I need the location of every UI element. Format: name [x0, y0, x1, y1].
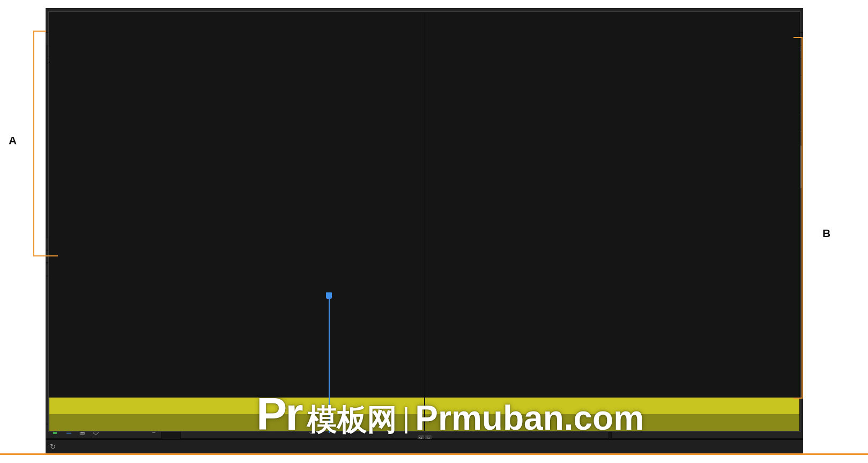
- annotation-bottom-line: [0, 453, 868, 455]
- premiere-app-window: 学习组件编辑颜色≡效果音频图形库 » 源: 00 Dreamers_Edit_1…: [46, 8, 803, 453]
- watermark-pr-logo: Pr: [256, 387, 302, 440]
- audio-meters-panel: S S: [46, 184, 65, 358]
- timeline-playhead-head[interactable]: [326, 292, 332, 299]
- watermark-site-text: Prmuban.com: [415, 398, 644, 438]
- meter-bar-left: [49, 12, 424, 431]
- watermark-divider: |: [403, 402, 410, 434]
- annotation-bracket-b-vline: [802, 37, 803, 399]
- annotation-label-a: A: [9, 134, 17, 147]
- annotation-label-b: B: [822, 227, 830, 240]
- watermark-cn-text: 模板网: [307, 400, 397, 440]
- annotation-bracket-a-top: [33, 31, 46, 32]
- watermark: Pr 模板网 | Prmuban.com: [256, 387, 644, 440]
- annotation-bracket-a-vline: [33, 31, 34, 256]
- annotation-bracket-a-bottom: [33, 255, 58, 256]
- annotation-bracket-b-top: [793, 37, 803, 38]
- annotation-bracket-b-bottom: [793, 398, 803, 399]
- meter-bar-right: [425, 12, 800, 431]
- creative-cloud-sync-icon[interactable]: ↻: [50, 443, 56, 451]
- status-bar: ↻: [46, 439, 803, 453]
- audio-meter-bars: [48, 11, 800, 432]
